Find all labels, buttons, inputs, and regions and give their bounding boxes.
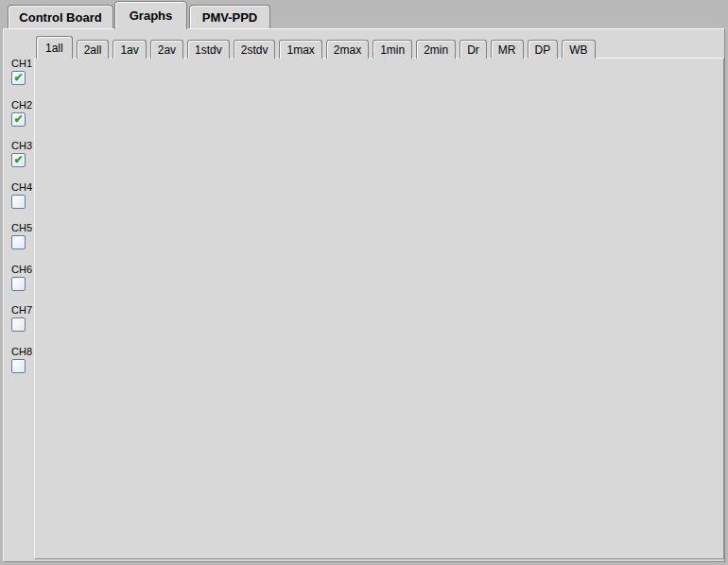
subtab-dr-label: Dr bbox=[467, 43, 479, 57]
subtab-1all[interactable]: 1all bbox=[36, 36, 73, 59]
subtab-dr[interactable]: Dr bbox=[459, 40, 487, 59]
subtab-dp-label: DP bbox=[535, 43, 551, 57]
tab-graphs[interactable]: Graphs bbox=[114, 1, 187, 29]
channel-checkbox-ch7[interactable] bbox=[11, 317, 26, 332]
subtab-2min-label: 2min bbox=[424, 43, 448, 57]
tab-control-board[interactable]: Control Board bbox=[8, 5, 113, 28]
subtab-2min[interactable]: 2min bbox=[416, 40, 456, 59]
check-icon: ✔ bbox=[13, 71, 23, 84]
subtab-2all[interactable]: 2all bbox=[77, 40, 110, 59]
tab-pmv-ppd-label: PMV-PPD bbox=[202, 10, 258, 25]
channel-checkbox-ch3[interactable]: ✔ bbox=[11, 153, 26, 167]
channel-checkbox-ch8[interactable] bbox=[11, 359, 26, 373]
graph-sub-tab-page bbox=[34, 58, 724, 559]
subtab-1max[interactable]: 1max bbox=[279, 40, 321, 59]
tab-pmv-ppd[interactable]: PMV-PPD bbox=[189, 5, 270, 28]
subtab-1min-label: 1min bbox=[380, 43, 405, 57]
subtab-2max[interactable]: 2max bbox=[326, 40, 369, 59]
check-icon: ✔ bbox=[13, 153, 23, 166]
subtab-wb[interactable]: WB bbox=[562, 40, 595, 59]
channel-checkbox-ch1[interactable]: ✔ bbox=[11, 71, 26, 85]
subtab-2stdv[interactable]: 2stdv bbox=[234, 40, 276, 59]
subtab-1stdv[interactable]: 1stdv bbox=[187, 40, 230, 59]
subtab-1min[interactable]: 1min bbox=[373, 40, 412, 59]
tab-control-board-label: Control Board bbox=[19, 10, 101, 25]
subtab-1max-label: 1max bbox=[286, 43, 314, 57]
subtab-wb-label: WB bbox=[569, 43, 587, 57]
app-window: Control Board Graphs PMV-PPD CH1 ✔ CH2 ✔… bbox=[0, 0, 728, 565]
subtab-1all-label: 1all bbox=[45, 42, 63, 55]
channel-checkbox-ch4[interactable] bbox=[11, 195, 26, 209]
subtab-2max-label: 2max bbox=[334, 43, 361, 57]
check-icon: ✔ bbox=[13, 112, 23, 126]
channel-checkbox-ch6[interactable] bbox=[11, 277, 26, 291]
subtab-2av[interactable]: 2av bbox=[150, 40, 183, 59]
graph-sub-tab-bar: 1all 2all 1av 2av 1stdv 2stdv 1max 2max … bbox=[36, 36, 596, 59]
subtab-mr-label: MR bbox=[498, 43, 516, 57]
subtab-2av-label: 2av bbox=[158, 43, 176, 57]
subtab-2all-label: 2all bbox=[84, 43, 102, 57]
subtab-2stdv-label: 2stdv bbox=[241, 43, 269, 57]
subtab-mr[interactable]: MR bbox=[491, 40, 524, 59]
channel-checkbox-ch2[interactable]: ✔ bbox=[11, 112, 26, 127]
subtab-1av[interactable]: 1av bbox=[113, 40, 146, 59]
tab-graphs-label: Graphs bbox=[130, 9, 173, 23]
channel-checkbox-ch5[interactable] bbox=[11, 235, 26, 249]
subtab-dp[interactable]: DP bbox=[528, 40, 559, 59]
subtab-1stdv-label: 1stdv bbox=[195, 43, 222, 57]
subtab-1av-label: 1av bbox=[120, 43, 138, 57]
